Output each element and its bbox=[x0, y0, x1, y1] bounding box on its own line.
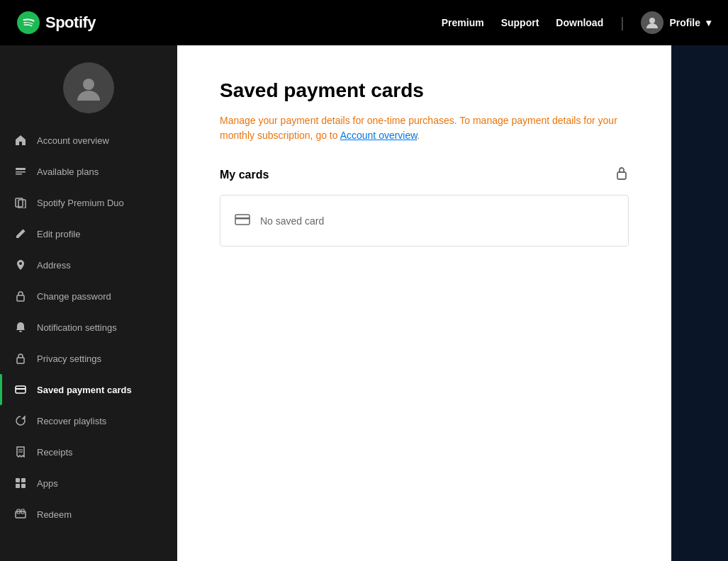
recover-icon bbox=[14, 414, 27, 427]
sidebar-item-redeem[interactable]: Redeem bbox=[0, 499, 177, 530]
chevron-down-icon: ▾ bbox=[706, 17, 711, 28]
right-panel bbox=[671, 45, 728, 561]
sidebar-label-receipts: Receipts bbox=[37, 447, 73, 458]
svg-rect-14 bbox=[16, 478, 20, 482]
duo-icon bbox=[14, 196, 27, 209]
sidebar-label-premium-duo: Spotify Premium Duo bbox=[37, 198, 124, 208]
svg-rect-22 bbox=[235, 215, 250, 225]
sidebar-label-apps: Apps bbox=[37, 478, 58, 489]
sidebar-label-account-overview: Account overview bbox=[37, 135, 109, 146]
topnav: Spotify Premium Support Download | Profi… bbox=[0, 0, 728, 45]
saved-card-icon bbox=[14, 383, 27, 396]
sidebar-label-change-password: Change password bbox=[37, 291, 111, 302]
no-card-text: No saved card bbox=[260, 215, 324, 227]
page-desc-text2: . bbox=[418, 130, 420, 141]
sidebar-item-premium-duo[interactable]: Spotify Premium Duo bbox=[0, 187, 177, 218]
cards-section-title: My cards bbox=[220, 169, 269, 181]
svg-rect-23 bbox=[235, 217, 250, 220]
sidebar-label-privacy-settings: Privacy settings bbox=[37, 353, 101, 364]
profile-button[interactable]: Profile ▾ bbox=[641, 11, 711, 34]
redeem-icon bbox=[14, 508, 27, 521]
layout: Account overview Available plans Spotify… bbox=[0, 45, 728, 561]
sidebar-item-saved-payment-cards[interactable]: Saved payment cards bbox=[0, 374, 177, 405]
avatar bbox=[641, 11, 663, 34]
svg-rect-15 bbox=[21, 478, 26, 482]
svg-rect-9 bbox=[17, 358, 24, 363]
spotify-wordmark: Spotify bbox=[45, 13, 96, 32]
sidebar: Account overview Available plans Spotify… bbox=[0, 45, 177, 561]
svg-rect-17 bbox=[21, 484, 26, 488]
sidebar-avatar-area bbox=[0, 45, 177, 125]
topnav-right: Premium Support Download | Profile ▾ bbox=[442, 11, 711, 34]
premium-link[interactable]: Premium bbox=[442, 17, 484, 28]
sidebar-item-notification-settings[interactable]: Notification settings bbox=[0, 312, 177, 343]
sidebar-avatar-icon bbox=[74, 74, 103, 102]
download-link[interactable]: Download bbox=[556, 17, 603, 28]
svg-rect-4 bbox=[16, 171, 26, 173]
address-icon bbox=[14, 259, 27, 271]
svg-point-2 bbox=[83, 79, 94, 90]
avatar-icon bbox=[645, 16, 659, 30]
svg-rect-21 bbox=[617, 172, 626, 179]
sidebar-label-notification-settings: Notification settings bbox=[37, 322, 117, 333]
receipts-icon bbox=[14, 446, 27, 458]
svg-rect-11 bbox=[16, 388, 26, 390]
sidebar-item-privacy-settings[interactable]: Privacy settings bbox=[0, 343, 177, 374]
svg-point-1 bbox=[649, 18, 655, 23]
sidebar-label-address: Address bbox=[37, 260, 71, 271]
main-content: Saved payment cards Manage your payment … bbox=[177, 45, 671, 561]
lock-icon[interactable] bbox=[615, 166, 629, 183]
sidebar-label-edit-profile: Edit profile bbox=[37, 229, 80, 239]
home-icon bbox=[14, 134, 27, 147]
sidebar-label-saved-payment-cards: Saved payment cards bbox=[37, 385, 132, 395]
no-card-box: No saved card bbox=[220, 195, 629, 246]
apps-icon bbox=[14, 477, 27, 489]
topnav-left: Spotify bbox=[17, 11, 96, 34]
edit-icon bbox=[14, 227, 27, 240]
sidebar-item-address[interactable]: Address bbox=[0, 249, 177, 280]
notification-icon bbox=[14, 321, 27, 334]
sidebar-item-account-overview[interactable]: Account overview bbox=[0, 125, 177, 156]
credit-card-icon bbox=[235, 212, 250, 229]
support-link[interactable]: Support bbox=[501, 17, 539, 28]
svg-rect-5 bbox=[16, 174, 22, 175]
sidebar-label-available-plans: Available plans bbox=[37, 166, 99, 177]
page-title: Saved payment cards bbox=[220, 79, 629, 102]
svg-rect-3 bbox=[16, 168, 26, 170]
profile-label: Profile bbox=[669, 17, 700, 28]
svg-rect-8 bbox=[17, 295, 24, 301]
cards-section-header: My cards bbox=[220, 166, 629, 183]
sidebar-item-edit-profile[interactable]: Edit profile bbox=[0, 218, 177, 249]
password-icon bbox=[14, 290, 27, 302]
svg-rect-16 bbox=[16, 484, 20, 488]
privacy-icon bbox=[14, 352, 27, 365]
sidebar-item-receipts[interactable]: Receipts bbox=[0, 436, 177, 468]
sidebar-item-recover-playlists[interactable]: Recover playlists bbox=[0, 405, 177, 436]
sidebar-avatar bbox=[63, 62, 114, 113]
page-description: Manage your payment details for one-time… bbox=[220, 113, 629, 143]
spotify-logo-icon bbox=[17, 11, 40, 34]
account-overview-link[interactable]: Account overview bbox=[340, 130, 418, 141]
sidebar-label-redeem: Redeem bbox=[37, 509, 72, 520]
sidebar-label-recover-playlists: Recover playlists bbox=[37, 416, 106, 426]
nav-divider: | bbox=[620, 15, 624, 31]
sidebar-item-available-plans[interactable]: Available plans bbox=[0, 156, 177, 187]
sidebar-item-change-password[interactable]: Change password bbox=[0, 280, 177, 312]
plans-icon bbox=[14, 165, 27, 178]
sidebar-item-apps[interactable]: Apps bbox=[0, 468, 177, 499]
